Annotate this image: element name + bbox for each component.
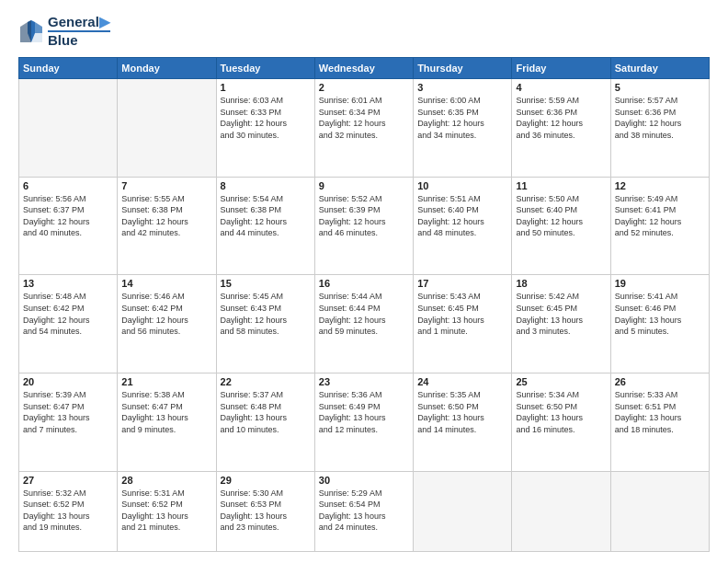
day-info: Sunrise: 5:36 AM Sunset: 6:49 PM Dayligh… xyxy=(319,389,409,435)
day-number: 3 xyxy=(417,82,507,93)
day-info: Sunrise: 5:54 AM Sunset: 6:38 PM Dayligh… xyxy=(221,193,311,239)
calendar-day-cell: 7Sunrise: 5:55 AM Sunset: 6:38 PM Daylig… xyxy=(118,177,216,275)
day-number: 6 xyxy=(23,180,113,191)
calendar-table: SundayMondayTuesdayWednesdayThursdayFrid… xyxy=(18,57,710,552)
day-number: 18 xyxy=(516,278,606,289)
day-number: 7 xyxy=(121,180,211,191)
day-info: Sunrise: 5:50 AM Sunset: 6:40 PM Dayligh… xyxy=(516,193,606,239)
day-number: 23 xyxy=(319,376,409,387)
calendar-day-cell: 28Sunrise: 5:31 AM Sunset: 6:52 PM Dayli… xyxy=(118,471,216,551)
day-number: 2 xyxy=(319,82,409,93)
page: General▶ Blue SundayMondayTuesdayWednesd… xyxy=(0,0,728,563)
day-number: 20 xyxy=(23,376,113,387)
day-info: Sunrise: 6:00 AM Sunset: 6:35 PM Dayligh… xyxy=(417,95,507,141)
day-number: 15 xyxy=(221,278,311,289)
day-number: 21 xyxy=(121,376,211,387)
day-info: Sunrise: 5:49 AM Sunset: 6:41 PM Dayligh… xyxy=(615,193,705,239)
calendar-day-cell: 4Sunrise: 5:59 AM Sunset: 6:36 PM Daylig… xyxy=(512,79,610,178)
day-info: Sunrise: 5:37 AM Sunset: 6:48 PM Dayligh… xyxy=(221,389,311,435)
day-info: Sunrise: 5:57 AM Sunset: 6:36 PM Dayligh… xyxy=(615,95,705,141)
day-number: 25 xyxy=(516,376,606,387)
calendar-week-row: 20Sunrise: 5:39 AM Sunset: 6:47 PM Dayli… xyxy=(19,373,710,472)
day-number: 13 xyxy=(23,278,113,289)
calendar-week-row: 27Sunrise: 5:32 AM Sunset: 6:52 PM Dayli… xyxy=(19,471,710,551)
day-info: Sunrise: 5:41 AM Sunset: 6:46 PM Dayligh… xyxy=(615,291,705,337)
day-info: Sunrise: 5:46 AM Sunset: 6:42 PM Dayligh… xyxy=(121,291,211,337)
calendar-day-cell: 9Sunrise: 5:52 AM Sunset: 6:39 PM Daylig… xyxy=(314,177,413,275)
calendar-day-cell: 29Sunrise: 5:30 AM Sunset: 6:53 PM Dayli… xyxy=(216,471,314,551)
calendar-day-cell xyxy=(512,471,610,551)
calendar-header-saturday: Saturday xyxy=(610,58,709,79)
day-number: 22 xyxy=(221,376,311,387)
calendar-day-cell: 5Sunrise: 5:57 AM Sunset: 6:36 PM Daylig… xyxy=(610,79,709,178)
calendar-header-thursday: Thursday xyxy=(414,58,512,79)
day-info: Sunrise: 5:38 AM Sunset: 6:47 PM Dayligh… xyxy=(121,389,211,435)
day-number: 9 xyxy=(319,180,409,191)
calendar-day-cell: 19Sunrise: 5:41 AM Sunset: 6:46 PM Dayli… xyxy=(610,275,709,373)
day-number: 16 xyxy=(319,278,409,289)
calendar-day-cell: 18Sunrise: 5:42 AM Sunset: 6:45 PM Dayli… xyxy=(512,275,610,373)
calendar-day-cell: 3Sunrise: 6:00 AM Sunset: 6:35 PM Daylig… xyxy=(414,79,512,178)
day-number: 11 xyxy=(516,180,606,191)
day-info: Sunrise: 6:01 AM Sunset: 6:34 PM Dayligh… xyxy=(319,95,409,141)
day-info: Sunrise: 5:35 AM Sunset: 6:50 PM Dayligh… xyxy=(417,389,507,435)
calendar-day-cell: 30Sunrise: 5:29 AM Sunset: 6:54 PM Dayli… xyxy=(314,471,413,551)
day-info: Sunrise: 5:45 AM Sunset: 6:43 PM Dayligh… xyxy=(221,291,311,337)
day-info: Sunrise: 5:34 AM Sunset: 6:50 PM Dayligh… xyxy=(516,389,606,435)
calendar-day-cell: 26Sunrise: 5:33 AM Sunset: 6:51 PM Dayli… xyxy=(610,373,709,472)
day-number: 4 xyxy=(516,82,606,93)
day-number: 1 xyxy=(221,82,311,93)
calendar-day-cell xyxy=(610,471,709,551)
calendar-day-cell: 10Sunrise: 5:51 AM Sunset: 6:40 PM Dayli… xyxy=(414,177,512,275)
calendar-day-cell: 6Sunrise: 5:56 AM Sunset: 6:37 PM Daylig… xyxy=(19,177,118,275)
calendar-header-row: SundayMondayTuesdayWednesdayThursdayFrid… xyxy=(19,58,710,79)
day-info: Sunrise: 5:29 AM Sunset: 6:54 PM Dayligh… xyxy=(319,488,409,534)
day-number: 17 xyxy=(417,278,507,289)
calendar-day-cell: 8Sunrise: 5:54 AM Sunset: 6:38 PM Daylig… xyxy=(216,177,314,275)
svg-marker-3 xyxy=(20,20,31,42)
day-info: Sunrise: 5:30 AM Sunset: 6:53 PM Dayligh… xyxy=(221,488,311,534)
calendar-day-cell: 12Sunrise: 5:49 AM Sunset: 6:41 PM Dayli… xyxy=(610,177,709,275)
svg-marker-1 xyxy=(35,22,42,33)
day-number: 19 xyxy=(615,278,705,289)
day-number: 26 xyxy=(615,376,705,387)
calendar-header-monday: Monday xyxy=(118,58,216,79)
calendar-day-cell: 23Sunrise: 5:36 AM Sunset: 6:49 PM Dayli… xyxy=(314,373,413,472)
calendar-week-row: 1Sunrise: 6:03 AM Sunset: 6:33 PM Daylig… xyxy=(19,79,710,178)
calendar-day-cell: 24Sunrise: 5:35 AM Sunset: 6:50 PM Dayli… xyxy=(414,373,512,472)
day-info: Sunrise: 5:56 AM Sunset: 6:37 PM Dayligh… xyxy=(23,193,113,239)
calendar-day-cell xyxy=(118,79,216,178)
calendar-day-cell: 1Sunrise: 6:03 AM Sunset: 6:33 PM Daylig… xyxy=(216,79,314,178)
calendar-day-cell: 25Sunrise: 5:34 AM Sunset: 6:50 PM Dayli… xyxy=(512,373,610,472)
calendar-day-cell: 16Sunrise: 5:44 AM Sunset: 6:44 PM Dayli… xyxy=(314,275,413,373)
calendar-day-cell: 27Sunrise: 5:32 AM Sunset: 6:52 PM Dayli… xyxy=(19,471,118,551)
calendar-day-cell: 2Sunrise: 6:01 AM Sunset: 6:34 PM Daylig… xyxy=(314,79,413,178)
day-info: Sunrise: 5:33 AM Sunset: 6:51 PM Dayligh… xyxy=(615,389,705,435)
day-number: 30 xyxy=(319,475,409,486)
calendar-header-tuesday: Tuesday xyxy=(216,58,314,79)
calendar-day-cell: 14Sunrise: 5:46 AM Sunset: 6:42 PM Dayli… xyxy=(118,275,216,373)
day-info: Sunrise: 5:55 AM Sunset: 6:38 PM Dayligh… xyxy=(121,193,211,239)
day-info: Sunrise: 5:52 AM Sunset: 6:39 PM Dayligh… xyxy=(319,193,409,239)
day-number: 8 xyxy=(221,180,311,191)
day-info: Sunrise: 5:42 AM Sunset: 6:45 PM Dayligh… xyxy=(516,291,606,337)
calendar-header-friday: Friday xyxy=(512,58,610,79)
calendar-day-cell xyxy=(19,79,118,178)
calendar-header-sunday: Sunday xyxy=(19,58,118,79)
day-number: 12 xyxy=(615,180,705,191)
calendar-day-cell: 17Sunrise: 5:43 AM Sunset: 6:45 PM Dayli… xyxy=(414,275,512,373)
logo: General▶ Blue xyxy=(18,15,110,48)
day-info: Sunrise: 5:32 AM Sunset: 6:52 PM Dayligh… xyxy=(23,488,113,534)
calendar-week-row: 13Sunrise: 5:48 AM Sunset: 6:42 PM Dayli… xyxy=(19,275,710,373)
calendar-day-cell: 22Sunrise: 5:37 AM Sunset: 6:48 PM Dayli… xyxy=(216,373,314,472)
logo-icon xyxy=(18,18,44,44)
calendar-day-cell xyxy=(414,471,512,551)
day-info: Sunrise: 5:39 AM Sunset: 6:47 PM Dayligh… xyxy=(23,389,113,435)
calendar-day-cell: 20Sunrise: 5:39 AM Sunset: 6:47 PM Dayli… xyxy=(19,373,118,472)
day-info: Sunrise: 5:43 AM Sunset: 6:45 PM Dayligh… xyxy=(417,291,507,337)
day-number: 14 xyxy=(121,278,211,289)
calendar-week-row: 6Sunrise: 5:56 AM Sunset: 6:37 PM Daylig… xyxy=(19,177,710,275)
day-info: Sunrise: 5:44 AM Sunset: 6:44 PM Dayligh… xyxy=(319,291,409,337)
calendar-day-cell: 15Sunrise: 5:45 AM Sunset: 6:43 PM Dayli… xyxy=(216,275,314,373)
day-info: Sunrise: 5:31 AM Sunset: 6:52 PM Dayligh… xyxy=(121,488,211,534)
